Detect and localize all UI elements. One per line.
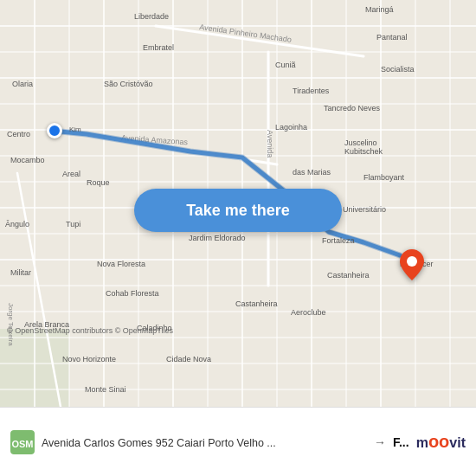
svg-text:Areal: Areal <box>62 170 80 178</box>
svg-text:Kim: Kim <box>69 125 81 133</box>
end-marker <box>400 249 433 286</box>
svg-text:Cidade Nova: Cidade Nova <box>166 355 211 363</box>
svg-text:Aeroclube: Aeroclube <box>291 308 326 317</box>
svg-text:Avenida: Avenida <box>266 130 274 158</box>
svg-text:Tupi: Tupi <box>66 220 80 228</box>
svg-text:São Cristóvão: São Cristóvão <box>104 80 153 88</box>
svg-text:Castanheira: Castanheira <box>235 299 278 308</box>
svg-text:Olaria: Olaria <box>12 80 33 88</box>
svg-text:Maringá: Maringá <box>365 5 394 14</box>
svg-text:OSM: OSM <box>11 439 33 449</box>
svg-text:Universitário: Universitário <box>343 205 386 214</box>
svg-text:Cuniã: Cuniã <box>275 61 296 69</box>
svg-text:Cohab Floresta: Cohab Floresta <box>106 289 159 298</box>
map-container: Avenida Amazonas Avenida Pinheiro Machad… <box>0 0 476 407</box>
svg-text:Kubitschek: Kubitschek <box>344 147 383 156</box>
svg-text:Tiradentes: Tiradentes <box>293 87 330 95</box>
svg-text:das Marias: das Marias <box>293 168 331 177</box>
svg-text:Mocambo: Mocambo <box>10 156 45 164</box>
svg-text:Nova Floresta: Nova Floresta <box>97 260 145 268</box>
svg-text:Novo Horizonte: Novo Horizonte <box>62 355 116 363</box>
route-arrow: → <box>374 435 386 449</box>
svg-text:Roque: Roque <box>87 178 110 187</box>
svg-text:Fortaleza: Fortaleza <box>322 236 355 245</box>
bottom-bar: OSM Avenida Carlos Gomes 952 Caiari Port… <box>0 407 476 476</box>
svg-text:Militar: Militar <box>10 268 31 277</box>
start-marker <box>47 123 62 138</box>
map-attribution: © OpenStreetMap contributors © OpenMapTi… <box>7 326 173 335</box>
svg-text:Juscelino: Juscelino <box>344 138 377 147</box>
svg-text:Jorge Teixeira: Jorge Teixeira <box>7 303 15 346</box>
svg-text:Lagoinha: Lagoinha <box>275 123 307 132</box>
svg-text:Centro: Centro <box>7 130 30 138</box>
route-from: Avenida Carlos Gomes 952 Caiari Porto Ve… <box>42 437 276 449</box>
svg-text:Liberdade: Liberdade <box>134 12 169 21</box>
svg-text:Tancredo Neves: Tancredo Neves <box>324 104 381 113</box>
take-me-there-button[interactable]: Take me there <box>134 189 342 232</box>
svg-point-76 <box>407 256 417 267</box>
svg-text:Embratel: Embratel <box>143 43 174 52</box>
bottom-text-section: Avenida Carlos Gomes 952 Caiari Porto Ve… <box>42 434 367 450</box>
moovit-logo: moovit <box>416 432 466 452</box>
svg-text:Pantanal: Pantanal <box>376 33 408 42</box>
route-to: F... <box>393 435 409 449</box>
osm-logo: OSM <box>10 430 35 454</box>
moovit-text: moovit <box>416 432 466 452</box>
svg-text:Castanheira: Castanheira <box>327 271 370 280</box>
svg-text:Flamboyant: Flamboyant <box>363 173 405 182</box>
svg-text:Monte Sinai: Monte Sinai <box>85 385 126 394</box>
svg-text:Jardim Eldorado: Jardim Eldorado <box>189 234 246 242</box>
svg-text:Socialista: Socialista <box>381 65 415 74</box>
svg-text:Ângulo: Ângulo <box>5 220 29 228</box>
